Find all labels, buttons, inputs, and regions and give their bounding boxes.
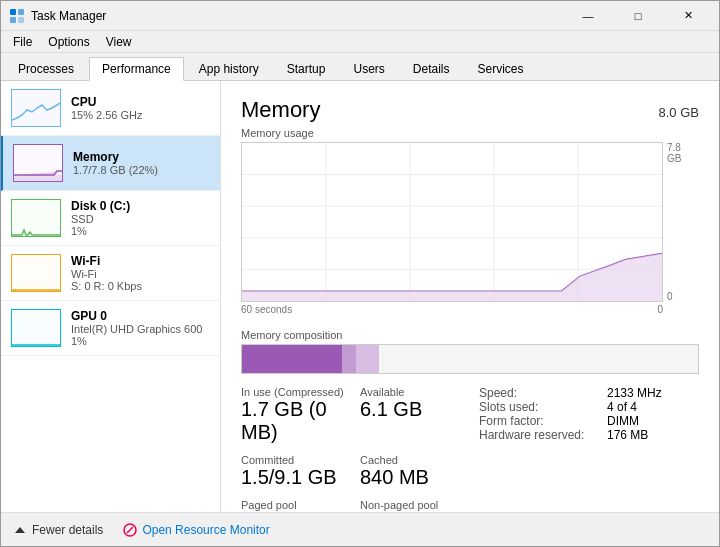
disk-name: Disk 0 (C:) — [71, 199, 130, 213]
window-title: Task Manager — [31, 9, 565, 23]
svg-marker-19 — [15, 527, 25, 533]
tab-startup[interactable]: Startup — [274, 57, 339, 80]
composition-chart — [241, 344, 699, 374]
sidebar-item-cpu[interactable]: CPU 15% 2.56 GHz — [1, 81, 220, 136]
left-stats: In use (Compressed) 1.7 GB (0 MB) Availa… — [241, 386, 463, 512]
open-resource-monitor-link[interactable]: Open Resource Monitor — [123, 523, 269, 537]
nonpaged-label: Non-paged pool — [360, 499, 463, 511]
open-resource-monitor-label: Open Resource Monitor — [142, 523, 269, 537]
composition-label: Memory composition — [241, 329, 699, 341]
chart-axis-top: 7.8 GB — [667, 142, 695, 164]
stat-paged: Paged pool 111 MB — [241, 499, 344, 512]
menu-file[interactable]: File — [5, 33, 40, 51]
comp-modified — [342, 345, 356, 373]
stat-committed: Committed 1.5/9.1 GB — [241, 454, 344, 489]
slots-value: 4 of 4 — [607, 400, 637, 414]
disk-thumb — [11, 199, 61, 237]
comp-standby — [356, 345, 379, 373]
menu-view[interactable]: View — [98, 33, 140, 51]
cpu-thumb — [11, 89, 61, 127]
gpu-info: GPU 0 Intel(R) UHD Graphics 600 1% — [71, 309, 202, 347]
sidebar-item-memory[interactable]: Memory 1.7/7.8 GB (22%) — [1, 136, 220, 191]
hw-label: Hardware reserved: — [479, 428, 599, 442]
wifi-thumb — [11, 254, 61, 292]
disk-detail2: 1% — [71, 225, 130, 237]
memory-detail: 1.7/7.8 GB (22%) — [73, 164, 158, 176]
wifi-info: Wi-Fi Wi-Fi S: 0 R: 0 Kbps — [71, 254, 142, 292]
form-label: Form factor: — [479, 414, 599, 428]
form-value: DIMM — [607, 414, 639, 428]
title-bar: Task Manager — □ ✕ — [1, 1, 719, 31]
resource-monitor-icon — [123, 523, 137, 537]
close-button[interactable]: ✕ — [665, 1, 711, 31]
comp-inuse — [242, 345, 342, 373]
gpu-name: GPU 0 — [71, 309, 202, 323]
disk-info: Disk 0 (C:) SSD 1% — [71, 199, 130, 237]
stats-grid: In use (Compressed) 1.7 GB (0 MB) Availa… — [241, 386, 463, 512]
speed-label: Speed: — [479, 386, 599, 400]
cpu-info: CPU 15% 2.56 GHz — [71, 95, 143, 121]
cpu-detail: 15% 2.56 GHz — [71, 109, 143, 121]
detail-panel: Memory 8.0 GB Memory usage — [221, 81, 719, 512]
tab-performance[interactable]: Performance — [89, 57, 184, 81]
inuse-value: 1.7 GB (0 MB) — [241, 398, 344, 444]
svg-rect-9 — [12, 310, 61, 347]
menu-options[interactable]: Options — [40, 33, 97, 51]
stat-slots: Slots used: 4 of 4 — [479, 400, 699, 414]
app-icon — [9, 8, 25, 24]
memory-chart-container: Memory usage — [241, 127, 699, 321]
window-controls: — □ ✕ — [565, 1, 711, 31]
chevron-up-icon — [13, 523, 27, 537]
svg-line-21 — [127, 527, 133, 533]
gpu-thumb — [11, 309, 61, 347]
sidebar-item-wifi[interactable]: Wi-Fi Wi-Fi S: 0 R: 0 Kbps — [1, 246, 220, 301]
stat-inuse: In use (Compressed) 1.7 GB (0 MB) — [241, 386, 344, 444]
chart-time-left: 60 seconds — [241, 304, 292, 315]
chart-time-labels: 60 seconds 0 — [241, 304, 663, 315]
svg-marker-18 — [242, 254, 662, 301]
inuse-label: In use (Compressed) — [241, 386, 344, 398]
svg-rect-8 — [12, 255, 61, 292]
tab-processes[interactable]: Processes — [5, 57, 87, 80]
svg-rect-3 — [18, 17, 24, 23]
wifi-name: Wi-Fi — [71, 254, 142, 268]
fewer-details-button[interactable]: Fewer details — [13, 523, 103, 537]
committed-label: Committed — [241, 454, 344, 466]
task-manager-window: Task Manager — □ ✕ File Options View Pro… — [0, 0, 720, 547]
tab-services[interactable]: Services — [465, 57, 537, 80]
committed-value: 1.5/9.1 GB — [241, 466, 344, 489]
available-label: Available — [360, 386, 463, 398]
tab-details[interactable]: Details — [400, 57, 463, 80]
available-value: 6.1 GB — [360, 398, 463, 421]
stat-form: Form factor: DIMM — [479, 414, 699, 428]
stat-cached: Cached 840 MB — [360, 454, 463, 489]
stat-speed: Speed: 2133 MHz — [479, 386, 699, 400]
stat-nonpaged: Non-paged pool 98.4 MB — [360, 499, 463, 512]
sidebar-item-disk[interactable]: Disk 0 (C:) SSD 1% — [1, 191, 220, 246]
tabs-bar: Processes Performance App history Startu… — [1, 53, 719, 81]
detail-header: Memory 8.0 GB — [241, 97, 699, 123]
svg-rect-2 — [10, 17, 16, 23]
sidebar-item-gpu[interactable]: GPU 0 Intel(R) UHD Graphics 600 1% — [1, 301, 220, 356]
chart-time-right: 0 — [657, 304, 663, 315]
composition-bar — [242, 345, 698, 373]
composition-section: Memory composition — [241, 329, 699, 374]
gpu-detail1: Intel(R) UHD Graphics 600 — [71, 323, 202, 335]
fewer-details-label: Fewer details — [32, 523, 103, 537]
chart-usage-label: Memory usage — [241, 127, 699, 139]
minimize-button[interactable]: — — [565, 1, 611, 31]
right-stats: Speed: 2133 MHz Slots used: 4 of 4 Form … — [479, 386, 699, 512]
tab-users[interactable]: Users — [340, 57, 397, 80]
maximize-button[interactable]: □ — [615, 1, 661, 31]
memory-thumb — [13, 144, 63, 182]
hw-value: 176 MB — [607, 428, 648, 442]
detail-total: 8.0 GB — [659, 105, 699, 120]
wifi-detail2: S: 0 R: 0 Kbps — [71, 280, 142, 292]
svg-rect-0 — [10, 9, 16, 15]
tab-app-history[interactable]: App history — [186, 57, 272, 80]
menu-bar: File Options View — [1, 31, 719, 53]
sidebar: CPU 15% 2.56 GHz Memory 1.7/7.8 GB (22%) — [1, 81, 221, 512]
svg-rect-6 — [14, 175, 63, 182]
wifi-detail1: Wi-Fi — [71, 268, 142, 280]
svg-rect-1 — [18, 9, 24, 15]
